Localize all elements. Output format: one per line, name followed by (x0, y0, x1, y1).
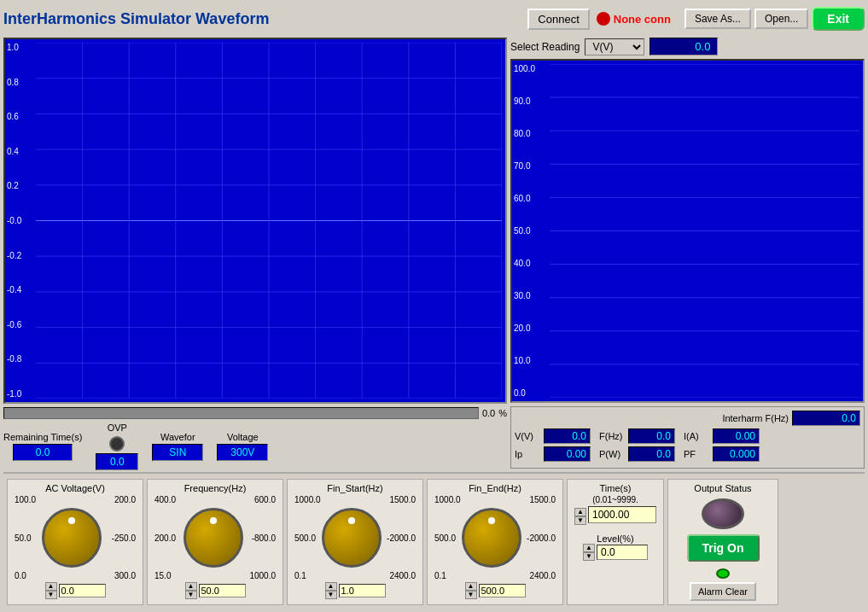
ac-spinner[interactable]: ▲ ▼ (45, 582, 57, 599)
output-section: Output Status Trig On Alarm Clear (667, 479, 778, 605)
time-section: Time(s) (0.01~9999. ▲ ▼ Level(%) ▲ ▼ (567, 479, 664, 605)
time-label: Time(s) (600, 483, 632, 493)
exit-button[interactable]: Exit (812, 7, 865, 31)
ac-spin-up[interactable]: ▲ (45, 582, 57, 591)
fins-spin-up[interactable]: ▲ (325, 582, 337, 591)
pw-label: P(W) (599, 449, 625, 459)
remaining-time-group: Remaining Time(s) 0.0 (3, 432, 82, 461)
fin-start-knob[interactable] (322, 508, 382, 568)
level-input-row: ▲ ▼ (583, 544, 648, 561)
voltage-value: 300V (217, 444, 268, 461)
open-button[interactable]: Open... (754, 9, 808, 29)
ac-spin-down[interactable]: ▼ (45, 591, 57, 599)
alarm-clear-button[interactable]: Alarm Clear (690, 582, 756, 601)
ip-label: Ip (515, 449, 540, 459)
level-spin-up[interactable]: ▲ (583, 544, 595, 552)
reading-type-select[interactable]: V(V) I(A) F(Hz) (585, 38, 644, 55)
ac-voltage-section: AC Voltage(V) 100.0 200.0 50.0 -250.0 0.… (7, 479, 143, 605)
app-title: InterHarmonics Simulator Waveform (3, 10, 527, 28)
output-title: Output Status (694, 483, 751, 493)
freq-spin-down[interactable]: ▼ (185, 591, 197, 599)
waveform-grid (36, 43, 502, 399)
fins-spin-down[interactable]: ▼ (325, 591, 337, 599)
ac-range-bot: 0.0 300.0 (15, 571, 136, 580)
pf-value: 0.000 (713, 446, 760, 462)
time-spin-down[interactable]: ▼ (574, 516, 586, 525)
ia-label: I(A) (684, 431, 709, 441)
freq-spinner[interactable]: ▲ ▼ (185, 582, 197, 599)
fins-range-bot: 0.1 2400.0 (294, 571, 416, 580)
pw-value: 0.0 (628, 446, 675, 462)
waveform-group: Wavefor SIN (152, 432, 203, 461)
freq-label: Frequency(Hz) (184, 483, 247, 493)
remaining-time-value: 0.0 (13, 444, 73, 461)
fhz-value: 0.0 (628, 428, 675, 444)
select-reading-row: Select Reading V(V) I(A) F(Hz) 0.0 (510, 38, 865, 55)
fin-start-label: Fin_Start(Hz) (327, 483, 382, 493)
time-range: (0.01~9999. (592, 495, 638, 504)
waveform-chart: 1.0 0.8 0.6 0.4 0.2 -0.0 -0.2 -0.4 -0.6 … (3, 38, 507, 404)
connect-button[interactable]: Connect (527, 9, 589, 30)
progress-value: 0.0 (482, 408, 495, 418)
fins-input-row: ▲ ▼ (325, 582, 386, 599)
remaining-time-label: Remaining Time(s) (3, 432, 82, 442)
reading-value: 0.0 (650, 38, 718, 55)
readings-row-1: V(V) 0.0 F(Hz) 0.0 I(A) 0.00 (515, 428, 860, 444)
readings-table: Interharm F(Hz) 0.0 V(V) 0.0 F(Hz) 0.0 I… (510, 406, 865, 469)
progress-bar-row: 0.0 % (3, 405, 507, 421)
progress-unit: % (498, 408, 507, 418)
fins-value-input[interactable] (339, 584, 386, 597)
fins-spinner[interactable]: ▲ ▼ (325, 582, 337, 599)
lower-controls: Remaining Time(s) 0.0 OVP 0.0 Wavefor SI… (3, 424, 507, 469)
ovp-group: OVP 0.0 (96, 423, 138, 470)
ovp-knob[interactable] (109, 436, 125, 452)
level-spin-down[interactable]: ▼ (583, 552, 595, 561)
interharm-label: Interharm F(Hz) (722, 413, 789, 423)
ac-voltage-knob[interactable] (42, 508, 102, 568)
vv-value: 0.0 (544, 428, 591, 444)
fine-spin-down[interactable]: ▼ (465, 591, 477, 599)
freq-input-row: ▲ ▼ (185, 582, 246, 599)
conn-status: None conn (614, 13, 671, 26)
alarm-status-light (716, 568, 730, 579)
freq-range-top: 400.0 600.0 (154, 495, 276, 504)
ovp-label: OVP (108, 423, 127, 433)
fin-start-section: Fin_Start(Hz) 1000.0 1500.0 500.0 -2000.… (287, 479, 423, 605)
fhz-label: F(Hz) (599, 431, 625, 441)
ac-range-top: 100.0 200.0 (15, 495, 136, 504)
bar-y-labels: 100.0 90.0 80.0 70.0 60.0 50.0 40.0 30.0… (514, 64, 535, 398)
fin-end-label: Fin_End(Hz) (469, 483, 521, 493)
level-spinner[interactable]: ▲ ▼ (583, 544, 595, 561)
output-status-knob (702, 498, 744, 529)
fine-range-top: 1000.0 1500.0 (434, 495, 556, 504)
fin-end-section: Fin_End(Hz) 1000.0 1500.0 500.0 -2000.0 … (427, 479, 563, 605)
fine-spinner[interactable]: ▲ ▼ (465, 582, 477, 599)
freq-spin-up[interactable]: ▲ (185, 582, 197, 591)
fin-end-knob[interactable] (462, 508, 521, 568)
ia-value: 0.00 (713, 428, 760, 444)
freq-range-bot: 15.0 1000.0 (154, 571, 276, 580)
interharm-row: Interharm F(Hz) 0.0 (515, 411, 860, 426)
voltage-label: Voltage (227, 432, 259, 442)
fine-spin-up[interactable]: ▲ (465, 582, 477, 591)
ac-value-input[interactable] (59, 584, 106, 597)
fine-value-input[interactable] (479, 584, 526, 597)
pf-label: PF (684, 449, 709, 459)
freq-knob[interactable] (184, 508, 243, 568)
voltage-group: Voltage 300V (217, 432, 268, 461)
level-value-input[interactable] (597, 545, 648, 560)
bottom-panel: AC Voltage(V) 100.0 200.0 50.0 -250.0 0.… (3, 472, 865, 609)
progress-bar-bg (3, 407, 479, 419)
conn-indicator (597, 12, 610, 26)
level-label: Level(%) (597, 533, 633, 544)
readings-row-2: Ip 0.00 P(W) 0.0 PF 0.000 (515, 446, 860, 462)
save-button[interactable]: Save As... (684, 9, 751, 29)
interharm-value: 0.0 (792, 411, 860, 426)
trig-on-button[interactable]: Trig On (687, 534, 760, 562)
time-spin-up[interactable]: ▲ (574, 508, 586, 516)
time-value-input[interactable] (588, 506, 656, 523)
time-spinner[interactable]: ▲ ▼ (574, 508, 586, 525)
select-reading-label: Select Reading (510, 41, 580, 53)
freq-value-input[interactable] (199, 584, 246, 597)
ac-voltage-label: AC Voltage(V) (45, 483, 105, 493)
